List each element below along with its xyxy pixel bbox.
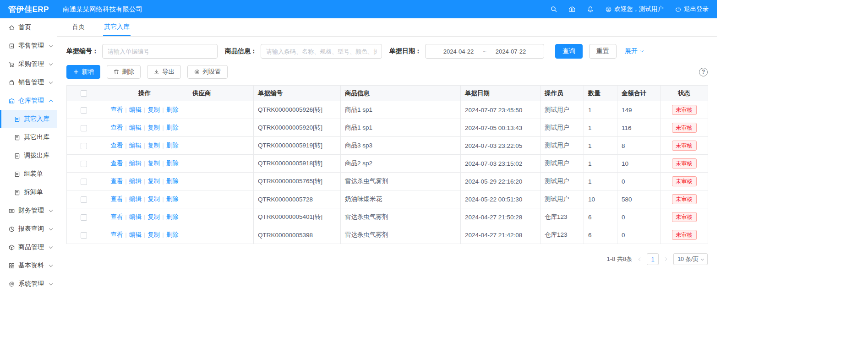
row-action-delete[interactable]: 删除 <box>166 231 179 238</box>
bell-icon[interactable] <box>587 5 594 13</box>
chevron-down-icon <box>49 63 52 65</box>
page-size-select[interactable]: 10 条/页 <box>673 253 708 265</box>
finance-icon <box>8 207 15 214</box>
row-action-delete[interactable]: 删除 <box>166 160 179 167</box>
row-action-view[interactable]: 查看 <box>110 142 123 149</box>
sales-icon <box>8 79 15 86</box>
row-checkbox[interactable] <box>81 143 87 149</box>
sidebar-item-finance[interactable]: 财务管理 <box>0 201 57 220</box>
row-action-view[interactable]: 查看 <box>110 196 123 202</box>
export-button[interactable]: 导出 <box>147 65 181 79</box>
retail-icon <box>8 43 15 49</box>
row-checkbox[interactable] <box>81 107 87 114</box>
row-action-view[interactable]: 查看 <box>110 124 123 131</box>
sidebar-item-sales[interactable]: 销售管理 <box>0 73 57 92</box>
welcome-user[interactable]: 欢迎您，测试用户 <box>605 5 664 13</box>
sidebar-item-report[interactable]: 报表查询 <box>0 220 57 238</box>
tab-other-inbound[interactable]: 其它入库 <box>103 18 131 36</box>
row-action-delete[interactable]: 删除 <box>166 106 179 113</box>
sidebar-item-warehouse[interactable]: 仓库管理 <box>0 92 57 110</box>
sidebar-item-label: 拆卸单 <box>24 188 43 196</box>
row-action-edit[interactable]: 编辑 <box>129 124 142 131</box>
row-action-view[interactable]: 查看 <box>110 106 123 113</box>
date-from-value[interactable]: 2024-04-22 <box>443 48 474 55</box>
row-checkbox[interactable] <box>81 232 87 239</box>
app-logo: 管伊佳ERP <box>0 4 57 15</box>
row-checkbox[interactable] <box>81 179 87 185</box>
chevron-down-icon <box>49 246 52 248</box>
row-action-edit[interactable]: 编辑 <box>129 231 142 238</box>
row-action-edit[interactable]: 编辑 <box>129 160 142 167</box>
row-action-edit[interactable]: 编辑 <box>129 196 142 202</box>
status-badge: 未审核 <box>672 158 697 169</box>
date-range-picker[interactable]: 2024-04-22 ~ 2024-07-22 <box>425 44 544 59</box>
row-action-copy[interactable]: 复制 <box>147 178 160 185</box>
action-separator: | <box>162 213 164 220</box>
cell-product: 雷达杀虫气雾剂 <box>341 173 461 190</box>
sidebar-item-other-outbound[interactable]: 其它出库 <box>0 128 57 147</box>
reset-button[interactable]: 重置 <box>589 44 617 59</box>
select-all-checkbox[interactable] <box>81 90 87 97</box>
help-icon[interactable]: ? <box>699 68 708 76</box>
logout-icon <box>675 6 682 13</box>
row-action-view[interactable]: 查看 <box>110 178 123 185</box>
row-action-edit[interactable]: 编辑 <box>129 106 142 113</box>
product-input[interactable] <box>261 44 382 59</box>
row-action-delete[interactable]: 删除 <box>166 124 179 131</box>
column-header-1: 供应商 <box>188 86 254 101</box>
logout-button[interactable]: 退出登录 <box>675 5 709 13</box>
row-action-copy[interactable]: 复制 <box>147 160 160 167</box>
tab-home[interactable]: 首页 <box>71 18 86 36</box>
chevron-down-icon <box>49 45 52 47</box>
bank-icon[interactable] <box>568 5 576 13</box>
sidebar-item-disassembly[interactable]: 拆卸单 <box>0 183 57 201</box>
row-action-delete[interactable]: 删除 <box>166 178 179 185</box>
delete-button-label: 删除 <box>122 68 134 76</box>
sidebar-item-goods[interactable]: 商品管理 <box>0 238 57 256</box>
row-checkbox[interactable] <box>81 125 87 131</box>
search-icon[interactable] <box>550 5 557 13</box>
row-action-delete[interactable]: 删除 <box>166 213 179 220</box>
chevron-down-icon <box>49 210 52 212</box>
search-button[interactable]: 查询 <box>555 44 583 59</box>
expand-link[interactable]: 展开 <box>625 47 644 55</box>
row-action-edit[interactable]: 编辑 <box>129 213 142 220</box>
row-action-copy[interactable]: 复制 <box>147 231 160 238</box>
column-header-0: 操作 <box>101 86 188 101</box>
sidebar-item-basic[interactable]: 基本资料 <box>0 256 57 275</box>
row-action-edit[interactable]: 编辑 <box>129 142 142 149</box>
row-checkbox[interactable] <box>81 196 87 203</box>
sidebar-item-retail[interactable]: 零售管理 <box>0 37 57 55</box>
sidebar-item-system[interactable]: 系统管理 <box>0 275 57 293</box>
row-action-copy[interactable]: 复制 <box>147 196 160 202</box>
row-action-copy[interactable]: 复制 <box>147 213 160 220</box>
add-button[interactable]: 新增 <box>66 65 100 79</box>
row-checkbox[interactable] <box>81 161 87 167</box>
sidebar-item-purchase[interactable]: 采购管理 <box>0 55 57 73</box>
column-settings-button[interactable]: 列设置 <box>187 65 228 79</box>
sidebar-item-assembly[interactable]: 组装单 <box>0 165 57 183</box>
sidebar-item-home[interactable]: 首页 <box>0 18 57 37</box>
current-page-button[interactable]: 1 <box>647 253 659 265</box>
row-checkbox[interactable] <box>81 214 87 221</box>
row-action-copy[interactable]: 复制 <box>147 142 160 149</box>
row-action-delete[interactable]: 删除 <box>166 142 179 149</box>
sidebar-item-other-inbound[interactable]: 其它入库 <box>0 110 57 128</box>
prev-page-icon[interactable] <box>637 256 642 262</box>
cell-bill-no: QTRK00000005918[转] <box>254 155 341 173</box>
cell-bill-no: QTRK00000005728 <box>254 190 341 208</box>
row-action-edit[interactable]: 编辑 <box>129 178 142 185</box>
bill-no-input[interactable] <box>102 44 218 59</box>
row-action-copy[interactable]: 复制 <box>147 106 160 113</box>
row-action-view[interactable]: 查看 <box>110 160 123 167</box>
delete-button[interactable]: 删除 <box>107 65 141 79</box>
base-icon <box>8 262 15 269</box>
row-action-view[interactable]: 查看 <box>110 231 123 238</box>
date-to-value[interactable]: 2024-07-22 <box>496 48 526 55</box>
sidebar-item-transfer-outbound[interactable]: 调拨出库 <box>0 147 57 165</box>
cell-product: 奶油味爆米花 <box>341 190 461 208</box>
row-action-copy[interactable]: 复制 <box>147 124 160 131</box>
next-page-icon[interactable] <box>663 256 669 262</box>
row-action-view[interactable]: 查看 <box>110 213 123 220</box>
row-action-delete[interactable]: 删除 <box>166 196 179 202</box>
